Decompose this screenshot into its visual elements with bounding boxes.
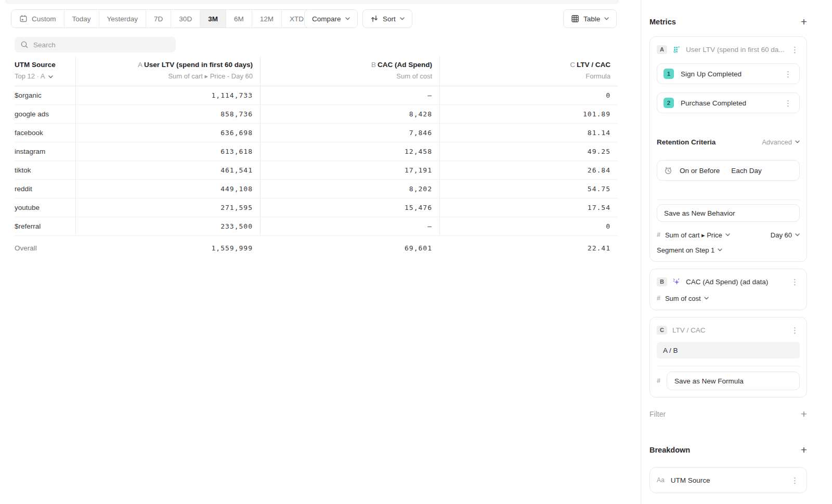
row-source: youtube bbox=[15, 198, 75, 217]
column-header-ltv-cac[interactable]: CLTV / CAC Formula bbox=[439, 56, 618, 86]
column-header-user-ltv[interactable]: AUser LTV (spend in first 60 days) Sum o… bbox=[75, 56, 260, 86]
measure-property-dropdown[interactable]: Sum of cost bbox=[665, 295, 709, 302]
column-header-utm-source[interactable]: UTM Source Top 12 · A bbox=[15, 56, 75, 86]
table-row[interactable]: $referral 233,500 – 0 bbox=[15, 217, 618, 236]
sparkle-metric-icon bbox=[672, 277, 681, 286]
row-ltv: 233,500 bbox=[75, 217, 260, 235]
main-content: Custom Today Yesterday 7D 30D 3M 6M 12M … bbox=[0, 0, 641, 504]
row-cac: 8,428 bbox=[260, 105, 439, 123]
date-range-yesterday[interactable]: Yesterday bbox=[99, 10, 147, 28]
table-row[interactable]: reddit 449,108 8,202 54.75 bbox=[15, 180, 618, 198]
column-subtitle: Sum of cost bbox=[261, 72, 432, 80]
date-range-custom[interactable]: Custom bbox=[11, 10, 64, 28]
date-range-7d[interactable]: 7D bbox=[146, 10, 171, 28]
add-filter-button[interactable]: + bbox=[801, 410, 807, 418]
date-range-6m[interactable]: 6M bbox=[226, 10, 252, 28]
metric-card-c: C LTV / CAC ⋮ A / B # Save as New Formul… bbox=[649, 317, 807, 397]
breakdown-item-utm-source[interactable]: Aa UTM Source ⋮ bbox=[649, 467, 807, 493]
row-source: reddit bbox=[15, 180, 75, 198]
retention-condition-box[interactable]: On or Before Each Day bbox=[657, 160, 800, 181]
metric-letter-badge: A bbox=[657, 45, 667, 54]
search-box[interactable] bbox=[15, 37, 176, 52]
metrics-title: Metrics bbox=[649, 18, 676, 26]
table-row[interactable]: facebook 636,698 7,846 81.14 bbox=[15, 124, 618, 142]
column-letter: A bbox=[138, 61, 142, 69]
kebab-menu-icon[interactable]: ⋮ bbox=[783, 99, 793, 107]
numeric-property-icon: # bbox=[657, 231, 660, 238]
table-overall-row: Overall 1,559,999 69,601 22.41 bbox=[15, 236, 618, 260]
step-number-badge: 1 bbox=[664, 69, 674, 79]
column-header-cac[interactable]: BCAC (Ad Spend) Sum of cost bbox=[260, 56, 439, 86]
kebab-menu-icon[interactable]: ⋮ bbox=[790, 278, 800, 286]
measure-property-dropdown[interactable]: Sum of cart ▸ Price bbox=[665, 231, 730, 239]
row-source: tiktok bbox=[15, 161, 75, 179]
text-property-icon: Aa bbox=[657, 476, 665, 484]
chevron-down-icon bbox=[718, 248, 722, 251]
row-cac: 8,202 bbox=[260, 180, 439, 198]
row-cac: 12,458 bbox=[260, 142, 439, 161]
chevron-down-icon bbox=[400, 17, 405, 20]
numeric-property-icon: # bbox=[657, 377, 660, 384]
overall-label: Overall bbox=[15, 236, 75, 260]
behavior-step-1[interactable]: 1 Sign Up Completed ⋮ bbox=[657, 63, 800, 84]
retention-condition-label: On or Before bbox=[680, 167, 720, 175]
row-source: $referral bbox=[15, 217, 75, 235]
sort-button[interactable]: Sort bbox=[362, 9, 412, 28]
behavior-metric-icon bbox=[672, 45, 681, 54]
filter-title: Filter bbox=[649, 410, 666, 418]
table-row[interactable]: tiktok 461,541 17,191 26.84 bbox=[15, 161, 618, 180]
view-type-button[interactable]: Table bbox=[563, 9, 617, 28]
measure-window-dropdown[interactable]: Day 60 bbox=[771, 231, 800, 239]
divider bbox=[657, 366, 800, 366]
behavior-step-2[interactable]: 2 Purchase Completed ⋮ bbox=[657, 92, 800, 113]
row-cac: 7,846 bbox=[260, 124, 439, 142]
column-letter: C bbox=[570, 61, 575, 69]
row-ltv: 449,108 bbox=[75, 180, 260, 198]
kebab-menu-icon[interactable]: ⋮ bbox=[783, 70, 793, 78]
table-header: UTM Source Top 12 · A AUser LTV (spend i… bbox=[15, 56, 618, 86]
column-title: User LTV (spend in first 60 days) bbox=[144, 61, 253, 69]
overall-cac: 69,601 bbox=[260, 236, 439, 260]
table-row[interactable]: youtube 271,595 15,476 17.54 bbox=[15, 198, 618, 217]
formula-input[interactable]: A / B bbox=[657, 342, 800, 359]
date-range-today[interactable]: Today bbox=[64, 10, 99, 28]
segment-on-step-dropdown[interactable]: Segment on Step 1 bbox=[657, 245, 800, 255]
chevron-down-icon bbox=[345, 17, 350, 20]
column-title: UTM Source bbox=[15, 61, 68, 69]
date-range-selector: Custom Today Yesterday 7D 30D 3M 6M 12M … bbox=[11, 9, 321, 28]
date-range-3m-selected[interactable]: 3M bbox=[200, 10, 226, 28]
metric-letter-badge: C bbox=[657, 326, 667, 335]
chevron-down-icon bbox=[795, 233, 800, 236]
add-breakdown-button[interactable]: + bbox=[801, 446, 807, 454]
date-range-30d[interactable]: 30D bbox=[171, 10, 200, 28]
table-row[interactable]: instagram 613,618 12,458 49.25 bbox=[15, 142, 618, 161]
numeric-property-icon: # bbox=[657, 295, 660, 302]
save-as-new-behavior-button[interactable]: Save as New Behavior bbox=[657, 204, 800, 222]
row-ratio: 0 bbox=[439, 86, 618, 104]
chevron-down-icon bbox=[604, 17, 609, 20]
divider bbox=[657, 200, 800, 200]
table-row[interactable]: google ads 858,736 8,428 101.89 bbox=[15, 105, 618, 124]
table-row[interactable]: $organic 1,114,733 – 0 bbox=[15, 86, 618, 105]
row-ltv: 271,595 bbox=[75, 198, 260, 217]
search-input[interactable] bbox=[33, 41, 170, 49]
date-range-12m[interactable]: 12M bbox=[252, 10, 282, 28]
filter-section-header: Filter + bbox=[649, 410, 807, 418]
metric-title: LTV / CAC bbox=[672, 326, 785, 334]
kebab-menu-icon[interactable]: ⋮ bbox=[790, 46, 800, 54]
row-ratio: 81.14 bbox=[439, 124, 618, 142]
add-metric-button[interactable]: + bbox=[801, 18, 807, 26]
column-subtitle: Sum of cart ▸ Price - Day 60 bbox=[76, 72, 253, 80]
compare-button[interactable]: Compare bbox=[304, 9, 358, 28]
row-cac: – bbox=[260, 217, 439, 235]
app-window: Custom Today Yesterday 7D 30D 3M 6M 12M … bbox=[0, 0, 832, 504]
kebab-menu-icon[interactable]: ⋮ bbox=[790, 326, 800, 334]
overall-ltv: 1,559,999 bbox=[75, 236, 260, 260]
sort-arrows-icon bbox=[370, 15, 379, 23]
kebab-menu-icon[interactable]: ⋮ bbox=[790, 476, 800, 484]
save-as-new-formula-button[interactable]: Save as New Formula bbox=[667, 372, 800, 390]
chevron-down-icon bbox=[48, 75, 53, 78]
retention-advanced-dropdown[interactable]: Advanced bbox=[762, 138, 800, 146]
retention-unit-label: Each Day bbox=[731, 167, 762, 175]
content-top-edge bbox=[5, 0, 619, 3]
